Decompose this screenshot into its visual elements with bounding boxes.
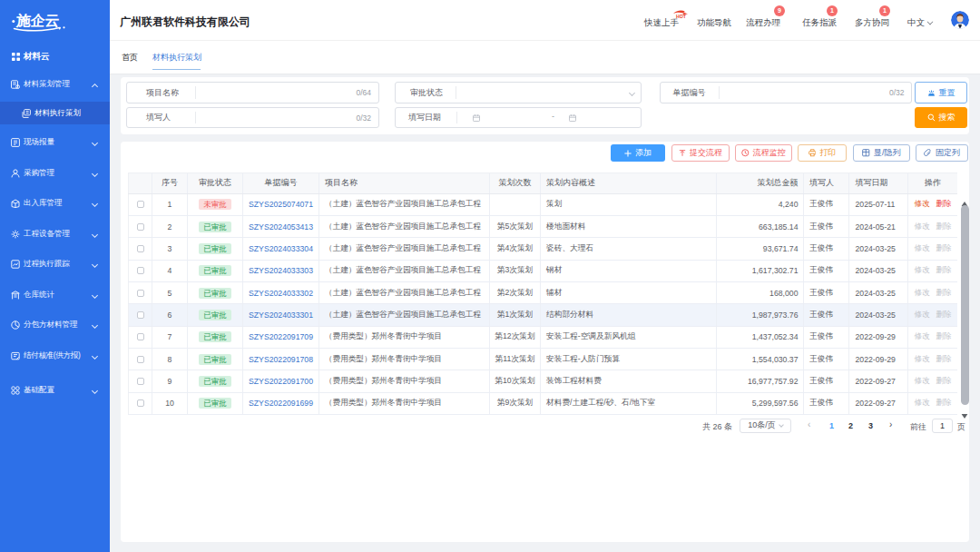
svg-text:施企云: 施企云 xyxy=(15,13,61,28)
svg-text:HOT: HOT xyxy=(676,14,687,19)
